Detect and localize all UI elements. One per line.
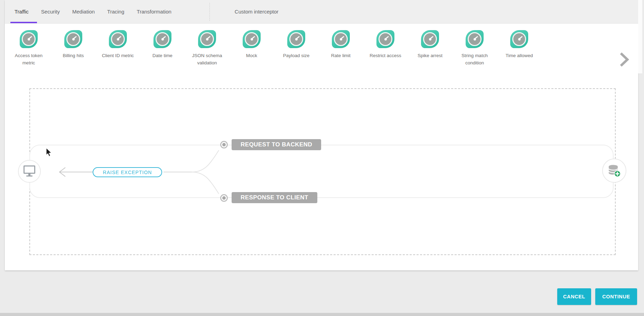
policy-item-date-time[interactable]: Date time	[143, 24, 182, 78]
policy-label: Payload size	[283, 52, 310, 60]
gauge-icon	[109, 30, 127, 48]
monitor-icon	[24, 165, 35, 177]
gauge-icon	[332, 30, 350, 48]
page-background-sliver	[638, 0, 642, 73]
tab-custom-interceptor[interactable]: Custom interceptor	[210, 0, 304, 23]
gauge-icon	[64, 30, 82, 48]
database-add-icon	[607, 164, 621, 178]
cancel-button[interactable]: CANCEL	[557, 288, 591, 305]
response-flow-node[interactable]	[220, 194, 228, 202]
policy-label: Rate limit	[331, 52, 351, 60]
policy-dialog: Traffic Security Mediation Tracing Trans…	[5, 0, 638, 270]
policy-category-tabs: Traffic Security Mediation Tracing Trans…	[5, 0, 638, 24]
policy-item-time-allowed[interactable]: Time allowed	[500, 24, 539, 78]
policy-item-billing-hits[interactable]: Billing hits	[54, 24, 93, 78]
policy-item-string-match-condition[interactable]: String match condition	[455, 24, 494, 78]
chevron-right-icon[interactable]	[619, 52, 629, 69]
tab-security[interactable]: Security	[35, 0, 66, 23]
gauge-icon	[20, 30, 38, 48]
policy-label: Spike arrest	[418, 52, 442, 60]
policy-item-restrict-access[interactable]: Restrict access	[366, 24, 405, 78]
response-to-client-badge: RESPONSE TO CLIENT	[232, 192, 317, 203]
gauge-icon	[243, 30, 261, 48]
policy-item-json-schema-validation[interactable]: JSON schema validation	[188, 24, 226, 78]
tab-transformation[interactable]: Transformation	[131, 0, 178, 23]
tab-tracing[interactable]: Tracing	[101, 0, 130, 23]
policy-label: Time allowed	[505, 52, 533, 60]
policy-item-access-token-metric[interactable]: Access token metric	[9, 24, 48, 78]
gauge-icon	[376, 30, 394, 48]
gauge-icon	[287, 30, 305, 48]
policy-item-payload-size[interactable]: Payload size	[277, 24, 316, 78]
policy-item-client-id-metric[interactable]: Client ID metric	[99, 24, 137, 78]
gauge-icon	[153, 30, 171, 48]
policy-label: Date time	[152, 52, 172, 60]
mouse-cursor-icon	[46, 148, 53, 159]
policy-label: JSON schema validation	[188, 52, 226, 67]
policy-item-mock[interactable]: Mock	[232, 24, 271, 78]
window-bottom-edge	[0, 313, 644, 316]
policy-label: Client ID metric	[102, 52, 134, 60]
gauge-icon	[466, 30, 484, 48]
policy-label: Restrict access	[370, 52, 401, 60]
gauge-icon	[421, 30, 439, 48]
policy-label: Mock	[246, 52, 257, 60]
raise-exception-pill[interactable]: RAISE EXCEPTION	[93, 167, 162, 177]
policy-palette: Access token metric Billing hits Client …	[5, 24, 638, 78]
tab-traffic[interactable]: Traffic	[8, 0, 35, 23]
policy-label: String match condition	[455, 52, 494, 67]
backend-node	[602, 159, 626, 183]
policy-item-spike-arrest[interactable]: Spike arrest	[411, 24, 449, 78]
policy-item-rate-limit[interactable]: Rate limit	[321, 24, 360, 78]
request-flow-node[interactable]	[220, 141, 228, 148]
gauge-icon	[198, 30, 216, 48]
request-to-backend-badge: REQUEST TO BACKEND	[232, 139, 321, 150]
client-node	[18, 160, 41, 183]
policy-label: Billing hits	[63, 52, 84, 60]
gauge-icon	[510, 30, 528, 48]
continue-button[interactable]: CONTINUE	[595, 288, 637, 305]
tab-mediation[interactable]: Mediation	[66, 0, 101, 23]
policy-label: Access token metric	[9, 52, 48, 67]
